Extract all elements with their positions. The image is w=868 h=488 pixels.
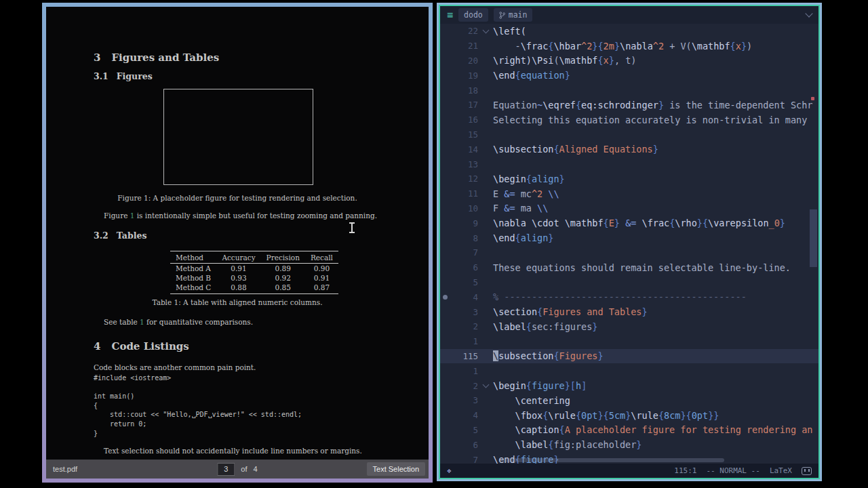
chevron-down-icon[interactable] [805,9,812,17]
editor-code-line[interactable]: 3 \centering [440,393,818,408]
syntax-segment: \begin [493,174,526,184]
code-intro-sentence: Code blocks are another common pain poin… [94,363,256,371]
editor-code-line[interactable]: 10F &= ma \\ [440,201,818,216]
editor-code-line[interactable]: 22\left( [440,24,818,39]
editor-code-line[interactable]: 16Selecting this equation accurately is … [440,113,818,127]
editor-code-line[interactable]: 2\begin{figure}[h] [440,378,818,393]
editor-code-line[interactable]: 13 [440,157,818,171]
code-text: \begin{align} [493,174,565,184]
code-text: \subsection{Aligned Equations} [493,144,658,155]
fold-column [478,30,493,33]
placeholder-figure-box [163,89,313,185]
project-chip[interactable]: dodo [458,8,488,22]
syntax-segment: \eqref [542,100,576,110]
text-segment[interactable]: 1 [140,318,144,326]
code-text: \right)\Psi(\mathbf{x}, t) [493,55,636,66]
editor-code-area[interactable]: 22\left(21 -\frac{\hbar^2}{2m}\nabla^2 +… [440,24,818,464]
figure-caption: Figure 1: A placeholder figure for testi… [46,194,429,202]
line-number: 1 [450,336,478,346]
vertical-scrollbar-thumb[interactable] [810,209,817,267]
line-number: 10 [450,203,478,214]
editor-code-line[interactable]: 5 \caption{A placeholder figure for test… [440,423,818,438]
syntax-segment: { [576,410,581,421]
syntax-segment: { [658,410,664,421]
line-number: 1 [450,366,478,376]
editor-code-line[interactable]: 2\label{sec:figures} [440,319,818,334]
syntax-segment: 2m [604,41,614,52]
editor-code-line[interactable]: 9\nabla \cdot \mathbf{E} &= \frac{\rho}{… [440,216,818,230]
editor-code-line[interactable]: 15 [440,127,818,142]
syntax-segment: equation [521,70,565,81]
editor-code-line[interactable]: 19\end{equation} [440,68,818,83]
syntax-segment: + V( [664,41,692,52]
git-branch-chip[interactable]: main [494,8,533,22]
code-text: \centering [493,395,570,406]
table-header-cell: Accuracy [216,251,260,264]
editor-code-line[interactable]: 17Equation~\eqref{eq:schrodinger} is the… [440,98,818,113]
editor-code-line[interactable]: 20\right)\Psi(\mathbf{x}, t) [440,54,818,68]
fold-chevron-icon[interactable] [482,26,489,33]
syntax-segment: eq:schrodinger [581,100,658,110]
editor-code-line[interactable]: 8\end{align} [440,230,818,245]
syntax-segment: } [680,410,686,421]
syntax-segment: } [653,144,658,155]
editor-current-line[interactable]: 115\subsection{Figures} [440,349,818,364]
horizontal-scrollbar-thumb[interactable] [500,458,724,462]
cursor-position: 115:1 [674,466,696,475]
syntax-segment: &= [504,203,515,214]
editor-code-line[interactable]: 1 [440,363,818,378]
syntax-segment: } [713,410,719,421]
subsection-number: 3.1 [94,71,108,81]
editor-code-line[interactable]: 21 -\frac{\hbar^2}{2m}\nabla^2 + V(\math… [440,39,818,54]
editor-code-line[interactable]: 3\section{Figures and Tables} [440,304,818,319]
menu-icon[interactable]: ≡ [447,10,453,20]
syntax-segment: ~ [537,100,542,110]
syntax-segment: } [614,218,620,228]
filetype-label: LaTeX [770,466,792,475]
syntax-segment: figure [532,380,565,391]
editor-code-line[interactable]: 4 \fbox{\rule{0pt}{5cm}\rule{8cm}{0pt}} [440,408,818,423]
syntax-segment: ^2 [581,41,592,52]
text-segment: for quantitative comparisons. [144,318,253,326]
copilot-icon[interactable] [802,467,812,475]
syntax-segment: _0 [769,218,780,228]
code-text: E &= mc^2 \\ [493,188,559,199]
text-selection-button[interactable]: Text Selection [367,462,425,476]
vim-mode-label: -- NORMAL -- [706,466,760,475]
section-number: 4 [94,340,100,352]
syntax-segment: subsection [498,350,553,361]
syntax-segment: \label [515,439,549,450]
editor-code-line[interactable]: 5 [440,275,818,290]
editor-topbar: ≡ dodo main [440,6,818,24]
editor-code-line[interactable]: 11E &= mc^2 \\ [440,186,818,201]
page-control: of 4 [217,463,257,476]
page-number-input[interactable] [217,463,235,476]
editor-code-line[interactable]: 14\subsection{Aligned Equations} [440,142,818,157]
editor-code-line[interactable]: 12\begin{align} [440,171,818,186]
syntax-segment: } [697,218,703,228]
syntax-segment: [ [570,380,576,391]
editor-code-line[interactable]: 4% -------------------------------------… [440,289,818,304]
editor-code-line[interactable]: 6These equations should remain selectabl… [440,260,818,275]
editor-code-line[interactable]: 1 [440,334,818,349]
syntax-segment: \rule [631,410,658,421]
table-cell: 0.91 [216,264,260,274]
pdf-section-heading-4: 4Code Listings [94,340,189,352]
line-number: 9 [450,218,478,228]
syntax-segment: 5cm [609,410,625,421]
syntax-segment: \right) [493,55,532,66]
editor-code-line[interactable]: 18 [440,83,818,98]
syntax-segment: Figures and Tables [542,306,642,317]
code-text: \nabla \cdot \mathbf{E} &= \frac{\rho}{\… [493,218,785,228]
syntax-segment: ( [553,55,559,66]
editor-code-line[interactable]: 7 [440,245,818,260]
editor-window: ≡ dodo main [437,3,822,481]
syntax-segment: These equations should remain selectable… [493,262,791,273]
syntax-segment [493,424,515,435]
syntax-segment: align [532,174,559,184]
fold-chevron-icon[interactable] [482,382,489,388]
line-number: 7 [450,455,478,464]
editor-code-line[interactable]: 6 \label{fig:placeholder} [440,437,818,452]
syntax-segment: \frac [642,218,670,228]
pdf-page[interactable]: 3Figures and Tables 3.1Figures Figure 1:… [46,7,429,460]
